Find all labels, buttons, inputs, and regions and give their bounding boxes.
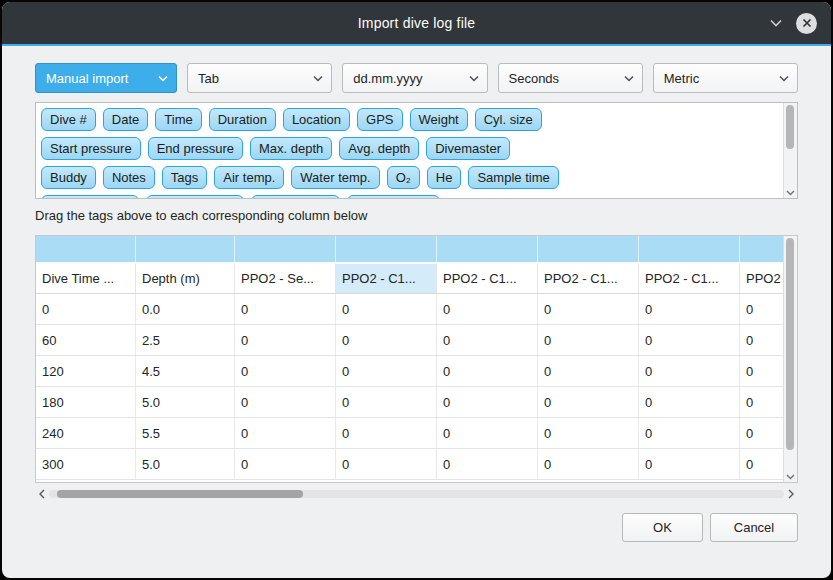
tag-chip[interactable]: Time bbox=[155, 108, 201, 131]
table-cell: 0 bbox=[538, 356, 639, 386]
table-cell: 0 bbox=[740, 325, 783, 355]
table-cell: 4.5 bbox=[136, 356, 235, 386]
tag-area-scrollbar[interactable] bbox=[783, 103, 797, 198]
tag-chip[interactable]: Tags bbox=[162, 166, 207, 189]
table-horizontal-scrollbar[interactable] bbox=[35, 486, 798, 501]
tag-chip[interactable]: He bbox=[427, 166, 462, 189]
tag-chip[interactable]: End pressure bbox=[148, 137, 243, 160]
table-cell: 0 bbox=[36, 294, 136, 324]
chevron-down-icon bbox=[779, 75, 789, 82]
drag-instruction-label: Drag the tags above to each correspondin… bbox=[35, 208, 798, 226]
table-cell: 0 bbox=[740, 356, 783, 386]
cancel-button[interactable]: Cancel bbox=[710, 513, 798, 542]
table-cell: 0 bbox=[740, 387, 783, 417]
column-header[interactable]: Depth (m) bbox=[136, 264, 235, 293]
column-drop-cell[interactable] bbox=[36, 236, 136, 262]
table-cell: 0 bbox=[538, 387, 639, 417]
tag-chip[interactable]: Sample pO₂ bbox=[251, 195, 339, 198]
table-cell: 0 bbox=[235, 449, 336, 479]
chevron-down-icon bbox=[313, 75, 323, 82]
titlebar[interactable]: Import dive log file bbox=[2, 2, 831, 44]
tag-chip[interactable]: Buddy bbox=[41, 166, 96, 189]
scroll-down-arrow-icon[interactable] bbox=[784, 190, 797, 196]
tag-chip[interactable]: Sample temp. bbox=[146, 195, 244, 198]
hscroll-track[interactable] bbox=[49, 490, 784, 498]
date-format-combo[interactable]: dd.mm.yyyy bbox=[342, 63, 487, 93]
window-shade-chevron-icon[interactable] bbox=[768, 15, 784, 31]
table-row: 1204.5000000 bbox=[36, 356, 783, 387]
table-cell: 0 bbox=[437, 356, 538, 386]
duration-format-combo[interactable]: Seconds bbox=[498, 63, 643, 93]
column-header[interactable]: Dive Time ... bbox=[36, 264, 136, 293]
table-cell: 0 bbox=[336, 418, 437, 448]
tag-chip[interactable]: Location bbox=[283, 108, 350, 131]
column-drop-cell[interactable] bbox=[336, 236, 437, 262]
table-grid: Dive Time ...Depth (m)PPO2 - Se...PPO2 -… bbox=[36, 236, 783, 482]
units-combo[interactable]: Metric bbox=[653, 63, 798, 93]
column-header[interactable]: PPO2 - C1... bbox=[639, 264, 740, 293]
tag-chip[interactable]: Duration bbox=[209, 108, 276, 131]
tag-chip[interactable]: GPS bbox=[357, 108, 402, 131]
tag-chip[interactable]: Sample time bbox=[468, 166, 558, 189]
scroll-left-arrow-icon[interactable] bbox=[35, 489, 49, 499]
column-drop-cell[interactable] bbox=[136, 236, 235, 262]
table-cell: 0 bbox=[235, 325, 336, 355]
column-drop-cell[interactable] bbox=[235, 236, 336, 262]
import-dive-log-dialog: Import dive log file Manual import Tab d… bbox=[0, 0, 833, 580]
scroll-down-arrow-icon[interactable] bbox=[784, 474, 797, 480]
import-preview-table: Dive Time ...Depth (m)PPO2 - Se...PPO2 -… bbox=[35, 235, 798, 483]
tag-chip[interactable]: Dive # bbox=[41, 108, 96, 131]
tag-chip[interactable]: O₂ bbox=[387, 166, 420, 189]
table-cell: 0 bbox=[235, 294, 336, 324]
table-scrollbar[interactable] bbox=[783, 236, 797, 482]
scroll-right-arrow-icon[interactable] bbox=[784, 489, 798, 499]
column-drop-cell[interactable] bbox=[538, 236, 639, 262]
tag-chip[interactable]: Air temp. bbox=[214, 166, 284, 189]
table-cell: 0 bbox=[538, 418, 639, 448]
import-type-combo[interactable]: Manual import bbox=[35, 63, 177, 93]
column-drop-cell[interactable] bbox=[437, 236, 538, 262]
tag-chip[interactable]: Start pressure bbox=[41, 137, 141, 160]
table-cell: 0 bbox=[437, 325, 538, 355]
field-separator-combo[interactable]: Tab bbox=[187, 63, 332, 93]
column-header[interactable]: PPO2 - C1... bbox=[538, 264, 639, 293]
window-title: Import dive log file bbox=[2, 15, 831, 31]
import-options-row: Manual import Tab dd.mm.yyyy Seconds Met… bbox=[35, 63, 798, 93]
tag-chip[interactable]: Date bbox=[103, 108, 148, 131]
tag-row: Start pressureEnd pressureMax. depthAvg.… bbox=[41, 137, 783, 160]
table-cell: 0 bbox=[538, 449, 639, 479]
ok-button[interactable]: OK bbox=[622, 513, 703, 542]
table-cell: 0 bbox=[437, 449, 538, 479]
tag-chip[interactable]: Notes bbox=[103, 166, 155, 189]
tag-chip[interactable]: Sample CNS bbox=[347, 195, 440, 198]
tag-chip[interactable]: Water temp. bbox=[291, 166, 379, 189]
tag-list: Dive #DateTimeDurationLocationGPSWeightC… bbox=[36, 103, 783, 198]
column-drop-cell[interactable] bbox=[639, 236, 740, 262]
hscroll-thumb[interactable] bbox=[57, 490, 303, 498]
tag-chip[interactable]: Max. depth bbox=[250, 137, 332, 160]
column-drop-cell[interactable] bbox=[740, 236, 783, 262]
tag-row: Sample depthSample temp.Sample pO₂Sample… bbox=[41, 195, 783, 198]
tag-chip[interactable]: Sample depth bbox=[41, 195, 139, 198]
table-row: 2405.5000000 bbox=[36, 418, 783, 449]
tag-chip[interactable]: Avg. depth bbox=[339, 137, 419, 160]
chevron-down-icon bbox=[624, 75, 634, 82]
column-header[interactable]: PPO2 - C1... bbox=[336, 264, 437, 293]
tag-chip[interactable]: Cyl. size bbox=[475, 108, 542, 131]
column-header[interactable]: PPO2 bbox=[740, 264, 783, 293]
table-cell: 0 bbox=[639, 356, 740, 386]
table-cell: 0 bbox=[639, 325, 740, 355]
column-header[interactable]: PPO2 - Se... bbox=[235, 264, 336, 293]
table-cell: 0 bbox=[639, 418, 740, 448]
tag-scrollbar-thumb[interactable] bbox=[786, 105, 794, 149]
table-scrollbar-thumb[interactable] bbox=[786, 238, 794, 450]
table-cell: 5.0 bbox=[136, 449, 235, 479]
tag-chip[interactable]: Weight bbox=[410, 108, 468, 131]
table-cell: 0 bbox=[639, 449, 740, 479]
dialog-buttons: OK Cancel bbox=[35, 513, 798, 542]
close-button[interactable] bbox=[796, 13, 817, 34]
column-header[interactable]: PPO2 - C1... bbox=[437, 264, 538, 293]
tag-chip[interactable]: Divemaster bbox=[426, 137, 510, 160]
table-cell: 0 bbox=[437, 294, 538, 324]
table-cell: 0 bbox=[336, 387, 437, 417]
